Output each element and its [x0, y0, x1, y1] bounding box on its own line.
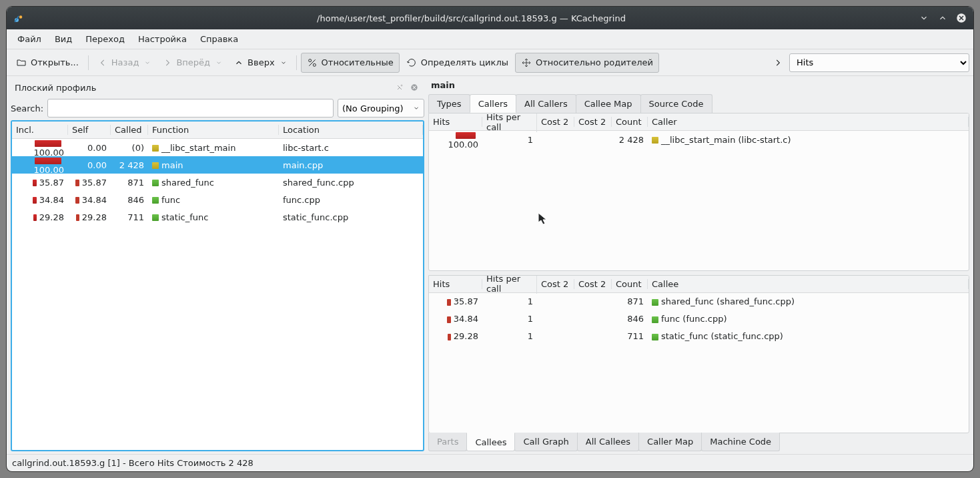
tab-caller-map[interactable]: Caller Map — [638, 433, 702, 451]
app-window: /home/user/test_profiler/build/src/callg… — [7, 7, 973, 471]
col-caller[interactable]: Caller — [648, 117, 969, 127]
tab-machine-code[interactable]: Machine Code — [701, 433, 780, 451]
col-hits[interactable]: Hits — [429, 117, 482, 127]
chevron-down-icon — [144, 59, 151, 66]
dock-float-button[interactable] — [394, 81, 406, 93]
dock-titlebar: Плоский профиль — [11, 79, 424, 96]
minimize-button[interactable] — [916, 10, 932, 26]
col-cost2b[interactable]: Cost 2 — [574, 279, 612, 289]
detect-cycles-toggle[interactable]: Определять циклы — [401, 53, 514, 73]
col-cost2a[interactable]: Cost 2 — [537, 279, 574, 289]
folder-open-icon — [16, 57, 27, 68]
menubar: Файл Вид Переход Настройка Справка — [7, 29, 973, 49]
flat-header: Incl. Self Called Function Location — [12, 122, 423, 139]
col-incl[interactable]: Incl. — [12, 125, 68, 135]
svg-point-5 — [401, 85, 402, 86]
col-count[interactable]: Count — [612, 279, 648, 289]
go-right-button[interactable] — [771, 55, 785, 70]
open-button[interactable]: Открыть... — [11, 53, 84, 73]
col-callee[interactable]: Callee — [648, 279, 969, 289]
col-cost2a[interactable]: Cost 2 — [537, 117, 574, 127]
menu-settings[interactable]: Настройка — [131, 31, 193, 47]
tab-callee-map[interactable]: Callee Map — [576, 94, 641, 113]
tab-callers[interactable]: Callers — [470, 94, 516, 113]
selected-function-name: main — [428, 79, 969, 94]
callees-header: Hits Hits per call Cost 2 Cost 2 Count C… — [429, 276, 969, 293]
flat-profile-tree[interactable]: Incl. Self Called Function Location 100.… — [11, 120, 424, 451]
menu-go[interactable]: Переход — [79, 31, 131, 47]
close-button[interactable] — [953, 10, 969, 26]
search-row: Search: (No Grouping) — [11, 96, 424, 120]
tab-types[interactable]: Types — [428, 94, 470, 113]
table-row[interactable]: 100.000.00(0)__libc_start_mainlibc-start… — [12, 139, 423, 156]
status-text: callgrind.out.18593.g [1] - Всего Hits С… — [12, 458, 254, 468]
top-tabs: Types Callers All Callers Callee Map Sou… — [428, 94, 969, 113]
maximize-button[interactable] — [935, 10, 951, 26]
bottom-tabs: Parts Callees Call Graph All Callees Cal… — [428, 433, 969, 451]
callers-header: Hits Hits per call Cost 2 Cost 2 Count C… — [429, 113, 969, 131]
table-row[interactable]: 34.841846func (func.cpp) — [429, 310, 969, 328]
forward-button[interactable]: Вперёд — [157, 53, 227, 73]
event-type-combo[interactable]: Hits — [789, 53, 969, 72]
dock-title: Плоский профиль — [15, 83, 96, 93]
table-row[interactable]: 100.000.002 428mainmain.cpp — [12, 156, 423, 174]
chevron-down-icon — [413, 105, 420, 111]
table-row[interactable]: 100.0012 428__libc_start_main (libc-star… — [429, 131, 969, 148]
callees-panel: Hits Hits per call Cost 2 Cost 2 Count C… — [428, 275, 969, 434]
back-button[interactable]: Назад — [93, 53, 157, 73]
search-input[interactable] — [47, 99, 334, 117]
window-title: /home/user/test_profiler/build/src/callg… — [29, 13, 913, 23]
flat-profile-panel: Плоский профиль Search: (No Grouping) In… — [11, 79, 424, 451]
chevron-right-icon — [773, 58, 783, 67]
dock-close-button[interactable] — [408, 81, 420, 93]
menu-file[interactable]: Файл — [11, 31, 48, 47]
search-label: Search: — [11, 103, 43, 113]
col-function[interactable]: Function — [148, 125, 279, 135]
col-called[interactable]: Called — [111, 125, 148, 135]
app-icon — [12, 11, 25, 25]
svg-point-3 — [308, 59, 311, 61]
col-hits[interactable]: Hits — [429, 279, 482, 289]
menu-view[interactable]: Вид — [48, 31, 79, 47]
detail-panel: main Types Callers All Callers Callee Ma… — [428, 79, 969, 451]
callers-panel: Hits Hits per call Cost 2 Cost 2 Count C… — [428, 113, 969, 271]
col-self[interactable]: Self — [68, 125, 111, 135]
table-row[interactable]: 35.871871shared_func (shared_func.cpp) — [429, 293, 969, 310]
titlebar: /home/user/test_profiler/build/src/callg… — [7, 7, 973, 29]
tab-parts[interactable]: Parts — [428, 433, 467, 451]
col-count[interactable]: Count — [612, 117, 648, 127]
svg-point-1 — [19, 15, 23, 19]
relative-toggle[interactable]: Относительные — [301, 53, 400, 73]
tab-callees[interactable]: Callees — [466, 433, 515, 451]
table-row[interactable]: 29.2829.28711static_funcstatic_func.cpp — [12, 208, 423, 226]
chevron-up-icon — [234, 58, 243, 67]
menu-help[interactable]: Справка — [193, 31, 245, 47]
chevron-left-icon — [98, 58, 107, 67]
tab-all-callees[interactable]: All Callees — [577, 433, 639, 451]
up-button[interactable]: Вверх — [229, 53, 292, 73]
chevron-down-icon — [215, 59, 222, 66]
relative-parent-toggle[interactable]: Относительно родителей — [515, 53, 659, 73]
col-cost2b[interactable]: Cost 2 — [574, 117, 612, 127]
table-row[interactable]: 29.281711static_func (static_func.cpp) — [429, 328, 969, 345]
statusbar: callgrind.out.18593.g [1] - Всего Hits С… — [7, 454, 973, 471]
col-hits-per-call[interactable]: Hits per call — [482, 275, 537, 294]
tab-source-code[interactable]: Source Code — [640, 94, 712, 113]
chevron-right-icon — [163, 58, 172, 67]
toolbar: Открыть... Назад Вперёд Вверх Относитель… — [7, 49, 973, 76]
refresh-icon — [406, 57, 417, 68]
move-icon — [521, 57, 532, 68]
col-location[interactable]: Location — [279, 125, 423, 135]
table-row[interactable]: 35.8735.87871shared_funcshared_func.cpp — [12, 174, 423, 191]
tab-call-graph[interactable]: Call Graph — [514, 433, 577, 451]
table-row[interactable]: 34.8434.84846funcfunc.cpp — [12, 191, 423, 208]
chevron-down-icon — [280, 59, 287, 66]
col-hits-per-call[interactable]: Hits per call — [482, 113, 537, 132]
tab-all-callers[interactable]: All Callers — [516, 94, 576, 113]
percent-icon — [307, 57, 318, 68]
grouping-combo[interactable]: (No Grouping) — [338, 99, 424, 117]
content-area: Плоский профиль Search: (No Grouping) In… — [7, 76, 973, 454]
svg-point-4 — [313, 63, 316, 66]
